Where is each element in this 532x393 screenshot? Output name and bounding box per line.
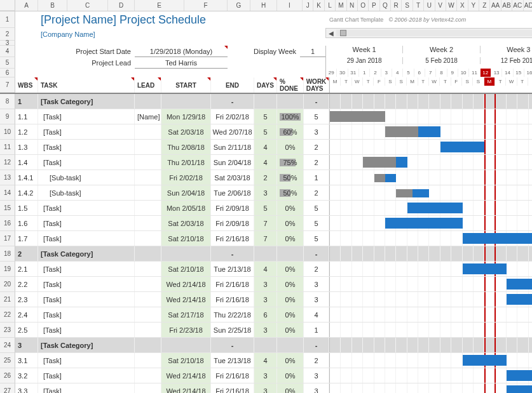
gantt-bar[interactable] (363, 157, 407, 168)
wbs-cell[interactable]: 3.2 (15, 368, 38, 383)
col-task[interactable]: TASK (38, 77, 135, 93)
scroll-left-icon[interactable]: ◀ (326, 30, 336, 37)
days-cell[interactable]: 7 (254, 216, 277, 230)
end-cell[interactable]: Fri 2/16/18 (211, 383, 254, 393)
end-cell[interactable]: Fri 2/16/18 (211, 368, 254, 383)
start-cell[interactable]: Sat 2/10/18 (161, 353, 211, 368)
row-header[interactable]: 16 (0, 216, 15, 231)
row-header[interactable]: 5 (0, 57, 15, 69)
gantt-bar[interactable] (507, 294, 532, 305)
row-header[interactable]: 12 (0, 155, 15, 170)
gantt-bar[interactable] (374, 174, 397, 182)
lead-cell[interactable] (135, 383, 161, 393)
row-header[interactable]: 15 (0, 201, 15, 216)
days-cell[interactable]: 5 (254, 109, 277, 124)
lead-cell[interactable] (135, 353, 161, 368)
column-header[interactable]: J (303, 0, 313, 11)
task-cell[interactable]: [Task] (38, 292, 135, 307)
days-cell[interactable]: 3 (254, 292, 277, 307)
pct-cell[interactable]: 0% (277, 262, 304, 276)
row-header[interactable]: 24 (0, 338, 15, 353)
pct-cell[interactable]: 0% (277, 277, 304, 291)
end-cell[interactable]: - (211, 338, 254, 352)
start-cell[interactable]: Wed 2/14/18 (161, 292, 211, 307)
col-wbs[interactable]: WBS (15, 77, 38, 93)
row-header[interactable]: 26 (0, 368, 15, 383)
start-cell[interactable]: Sat 2/10/18 (161, 231, 211, 246)
start-cell[interactable]: Wed 2/14/18 (161, 368, 211, 383)
row-header[interactable]: 25 (0, 353, 15, 368)
workdays-cell[interactable]: 2 (304, 353, 329, 368)
column-header[interactable]: W (446, 0, 457, 11)
gantt-bar[interactable] (385, 218, 463, 229)
end-cell[interactable]: Sun 2/04/18 (211, 155, 254, 170)
col-start[interactable]: START (161, 77, 211, 93)
lead-cell[interactable] (135, 170, 161, 185)
wbs-cell[interactable]: 2 (15, 246, 38, 261)
days-cell[interactable]: 4 (254, 262, 277, 276)
end-cell[interactable]: Fri 2/02/18 (211, 109, 254, 124)
start-cell[interactable]: Fri 2/02/18 (161, 170, 211, 185)
column-header[interactable]: F (184, 0, 228, 11)
pct-cell[interactable]: 0% (277, 201, 304, 215)
workdays-cell[interactable]: 2 (304, 155, 329, 170)
lead-cell[interactable] (135, 124, 161, 139)
wbs-cell[interactable]: 2.5 (15, 323, 38, 337)
lead-cell[interactable] (135, 140, 161, 154)
pct-cell[interactable]: 75% (277, 155, 304, 170)
workdays-cell[interactable]: 3 (304, 124, 329, 139)
wbs-cell[interactable]: 1.4 (15, 155, 38, 170)
row-header[interactable]: 19 (0, 262, 15, 277)
days-cell[interactable] (254, 338, 277, 352)
workdays-cell[interactable]: 3 (304, 292, 329, 307)
lead-cell[interactable] (135, 323, 161, 337)
column-header[interactable]: S (402, 0, 413, 11)
end-cell[interactable]: Wed 2/07/18 (211, 124, 254, 139)
pct-cell[interactable]: 100% (277, 109, 304, 124)
start-cell[interactable]: Thu 2/08/18 (161, 140, 211, 154)
column-header[interactable]: AA (490, 0, 501, 11)
lead-cell[interactable] (135, 155, 161, 170)
workdays-cell[interactable]: 3 (304, 368, 329, 383)
days-cell[interactable]: 3 (254, 323, 277, 337)
wbs-cell[interactable]: 1.2 (15, 124, 38, 139)
row-header[interactable]: 27 (0, 383, 15, 393)
row-header[interactable]: 9 (0, 109, 15, 124)
wbs-cell[interactable]: 1.4.2 (15, 185, 38, 200)
pct-cell[interactable]: 0% (277, 216, 304, 230)
end-cell[interactable]: Fri 2/09/18 (211, 216, 254, 230)
column-header[interactable]: L (325, 0, 336, 11)
end-cell[interactable]: Thu 2/22/18 (211, 307, 254, 322)
days-cell[interactable]: 5 (254, 124, 277, 139)
wbs-cell[interactable]: 1.5 (15, 201, 38, 215)
gantt-bar[interactable] (463, 233, 532, 244)
lead-cell[interactable] (135, 231, 161, 246)
workdays-cell[interactable]: 4 (304, 307, 329, 322)
row-header[interactable]: 1 (0, 11, 15, 28)
task-cell[interactable]: [Task] (38, 155, 135, 170)
days-cell[interactable] (254, 94, 277, 109)
pct-cell[interactable]: 0% (277, 307, 304, 322)
start-cell[interactable]: Sat 2/10/18 (161, 262, 211, 276)
pct-cell[interactable] (277, 94, 304, 109)
workdays-cell[interactable]: 2 (304, 185, 329, 200)
task-cell[interactable]: [Task] (38, 231, 135, 246)
row-header[interactable]: 4 (0, 46, 15, 57)
column-header[interactable]: U (424, 0, 435, 11)
task-cell[interactable]: [Task] (38, 124, 135, 139)
column-header[interactable]: P (369, 0, 379, 11)
wbs-cell[interactable]: 3 (15, 338, 38, 352)
workdays-cell[interactable]: 5 (304, 216, 329, 230)
week-scrollbar[interactable]: ◀ ▶ (325, 28, 532, 38)
column-header[interactable]: T (413, 0, 424, 11)
pct-cell[interactable] (277, 338, 304, 352)
start-cell[interactable]: Wed 2/14/18 (161, 277, 211, 291)
column-header[interactable]: Y (468, 0, 479, 11)
task-cell[interactable]: [Task] (38, 216, 135, 230)
days-cell[interactable]: 3 (254, 277, 277, 291)
lead-cell[interactable] (135, 216, 161, 230)
lead-cell[interactable] (135, 292, 161, 307)
lead-cell[interactable] (135, 277, 161, 291)
start-cell[interactable]: Sat 2/03/18 (161, 216, 211, 230)
task-cell[interactable]: [Task] (38, 277, 135, 291)
